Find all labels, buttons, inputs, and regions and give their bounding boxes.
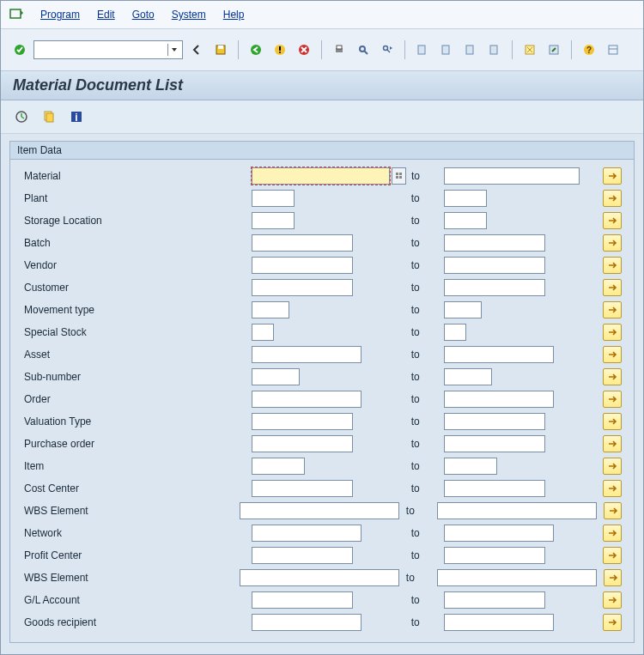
multiple-selection-icon[interactable] bbox=[603, 301, 622, 318]
input-storage_location-from[interactable] bbox=[252, 212, 295, 229]
input-network-from[interactable] bbox=[252, 525, 361, 542]
exit-icon[interactable] bbox=[270, 39, 290, 60]
cancel-icon[interactable] bbox=[294, 39, 314, 60]
menu-edit[interactable]: Edit bbox=[97, 9, 115, 21]
menu-system[interactable]: System bbox=[172, 9, 206, 21]
svg-line-13 bbox=[387, 50, 390, 52]
input-purchase_order-to[interactable] bbox=[444, 435, 545, 452]
command-dropdown-icon[interactable] bbox=[167, 44, 180, 56]
input-vendor-from[interactable] bbox=[252, 257, 353, 274]
input-valuation_type-from[interactable] bbox=[252, 413, 353, 430]
multiple-selection-icon[interactable] bbox=[604, 502, 622, 519]
input-plant-to[interactable] bbox=[444, 190, 487, 207]
menu-program[interactable]: Program bbox=[40, 9, 80, 21]
input-gl_account-from[interactable] bbox=[252, 591, 353, 609]
input-movement_type-to[interactable] bbox=[444, 301, 482, 318]
input-item-from[interactable] bbox=[252, 458, 305, 475]
input-purchase_order-from[interactable] bbox=[252, 435, 353, 452]
input-goods_recipient-from[interactable] bbox=[252, 614, 361, 631]
input-asset-from[interactable] bbox=[252, 346, 361, 363]
window-menu-icon[interactable] bbox=[9, 9, 23, 21]
find-next-icon[interactable] bbox=[377, 39, 398, 60]
multiple-selection-icon[interactable] bbox=[603, 324, 622, 341]
row-wbs_element_2: WBS Elementto bbox=[19, 567, 625, 589]
f4-help-icon[interactable] bbox=[392, 167, 406, 185]
multiple-selection-icon[interactable] bbox=[603, 458, 622, 475]
input-asset-to[interactable] bbox=[444, 346, 554, 363]
multiple-selection-icon[interactable] bbox=[603, 391, 622, 408]
input-plant-from[interactable] bbox=[252, 190, 295, 207]
label-storage_location: Storage Location bbox=[19, 215, 246, 227]
multiple-selection-icon[interactable] bbox=[603, 368, 622, 385]
multiple-selection-icon[interactable] bbox=[603, 234, 622, 252]
multiple-selection-icon[interactable] bbox=[603, 435, 622, 452]
back-green-icon[interactable] bbox=[246, 39, 266, 60]
multiple-selection-icon[interactable] bbox=[603, 167, 622, 185]
input-goods_recipient-to[interactable] bbox=[444, 614, 554, 631]
label-customer: Customer bbox=[19, 282, 246, 294]
print-icon[interactable] bbox=[329, 39, 349, 60]
get-variant-icon[interactable] bbox=[39, 106, 59, 127]
multiple-selection-icon[interactable] bbox=[603, 547, 622, 564]
svg-text:i: i bbox=[75, 112, 77, 124]
input-cost_center-to[interactable] bbox=[444, 480, 545, 497]
input-profit_center-to[interactable] bbox=[444, 547, 545, 564]
shortcut-icon[interactable] bbox=[544, 39, 564, 60]
page-title: Material Document List bbox=[13, 76, 631, 94]
first-page-icon[interactable] bbox=[412, 39, 433, 60]
multiple-selection-icon[interactable] bbox=[603, 480, 622, 497]
row-purchase_order: Purchase orderto bbox=[19, 433, 625, 455]
command-field[interactable] bbox=[33, 40, 183, 59]
input-customer-from[interactable] bbox=[252, 279, 353, 296]
new-session-icon[interactable] bbox=[519, 39, 540, 60]
input-batch-from[interactable] bbox=[252, 234, 353, 252]
help-icon[interactable]: ? bbox=[579, 39, 599, 60]
multiple-selection-icon[interactable] bbox=[603, 413, 622, 430]
prev-page-icon[interactable] bbox=[436, 39, 457, 60]
input-vendor-to[interactable] bbox=[444, 257, 545, 274]
multiple-selection-icon[interactable] bbox=[603, 591, 622, 609]
multiple-selection-icon[interactable] bbox=[603, 525, 622, 542]
input-gl_account-to[interactable] bbox=[444, 591, 545, 609]
input-network-to[interactable] bbox=[444, 525, 554, 542]
menu-goto[interactable]: Goto bbox=[132, 9, 155, 21]
input-sub_number-from[interactable] bbox=[252, 368, 300, 385]
input-wbs_element-from[interactable] bbox=[240, 502, 399, 519]
input-item-to[interactable] bbox=[444, 458, 497, 475]
input-customer-to[interactable] bbox=[444, 279, 545, 296]
last-page-icon[interactable] bbox=[484, 39, 505, 60]
input-movement_type-from[interactable] bbox=[252, 301, 289, 318]
execute-icon[interactable] bbox=[11, 106, 32, 127]
next-page-icon[interactable] bbox=[460, 39, 481, 60]
input-material-to[interactable] bbox=[444, 167, 580, 185]
input-wbs_element-to[interactable] bbox=[437, 502, 597, 519]
menu-help[interactable]: Help bbox=[223, 9, 245, 21]
multiple-selection-icon[interactable] bbox=[603, 190, 622, 207]
layout-icon[interactable] bbox=[603, 39, 623, 60]
save-icon[interactable] bbox=[210, 39, 231, 60]
multiple-selection-icon[interactable] bbox=[604, 569, 622, 586]
input-material-from[interactable] bbox=[252, 167, 390, 185]
input-storage_location-to[interactable] bbox=[444, 212, 487, 229]
multiple-selection-icon[interactable] bbox=[603, 346, 622, 363]
multiple-selection-icon[interactable] bbox=[603, 614, 622, 631]
input-wbs_element_2-from[interactable] bbox=[240, 569, 399, 586]
input-sub_number-to[interactable] bbox=[444, 368, 492, 385]
input-order-to[interactable] bbox=[444, 391, 554, 408]
multiple-selection-icon[interactable] bbox=[603, 279, 622, 296]
input-special_stock-to[interactable] bbox=[444, 324, 466, 341]
find-icon[interactable] bbox=[353, 39, 374, 60]
svg-rect-9 bbox=[337, 45, 342, 49]
input-special_stock-from[interactable] bbox=[252, 324, 274, 341]
back-icon[interactable] bbox=[186, 39, 207, 60]
input-order-from[interactable] bbox=[252, 391, 361, 408]
multiple-selection-icon[interactable] bbox=[603, 212, 622, 229]
multiple-selection-icon[interactable] bbox=[603, 257, 622, 274]
input-cost_center-from[interactable] bbox=[252, 480, 353, 497]
info-icon[interactable]: i bbox=[66, 106, 87, 127]
input-valuation_type-to[interactable] bbox=[444, 413, 545, 430]
input-wbs_element_2-to[interactable] bbox=[437, 569, 597, 586]
input-profit_center-from[interactable] bbox=[252, 547, 353, 564]
input-batch-to[interactable] bbox=[444, 234, 545, 252]
enter-icon[interactable] bbox=[9, 39, 30, 60]
